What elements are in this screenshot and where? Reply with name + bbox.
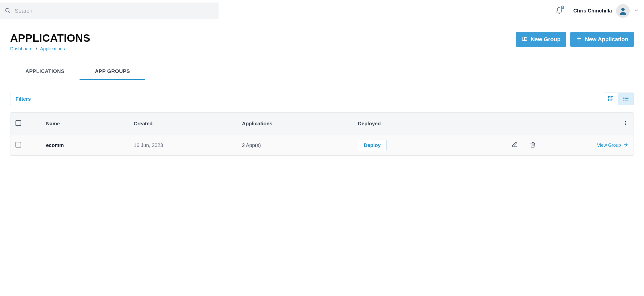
app-groups-table: Name Created Applications Deployed ecomm… (10, 112, 634, 156)
svg-point-0 (6, 8, 9, 12)
user-name: Chris Chinchilla (573, 8, 612, 14)
view-group-link[interactable]: View Group (597, 142, 628, 149)
page-head: APPLICATIONS Dashboard / Applications Ne… (10, 32, 634, 52)
view-toggle (603, 93, 634, 105)
delete-icon[interactable] (530, 142, 536, 149)
arrow-right-icon (623, 142, 628, 149)
breadcrumb-root[interactable]: Dashboard (10, 46, 33, 52)
svg-rect-10 (608, 99, 610, 101)
col-deployed: Deployed (358, 121, 474, 127)
new-group-label: New Group (531, 36, 560, 43)
list-icon (623, 96, 629, 102)
table-header: Name Created Applications Deployed (10, 113, 634, 135)
svg-point-18 (625, 121, 626, 122)
select-all-checkbox[interactable] (16, 120, 21, 126)
svg-point-15 (624, 97, 624, 97)
table-header-more-icon[interactable] (623, 120, 628, 127)
plus-icon (576, 36, 582, 43)
col-applications: Applications (242, 121, 358, 127)
folder-plus-icon (522, 36, 528, 43)
filters-button[interactable]: Filters (10, 93, 36, 105)
svg-point-20 (625, 124, 626, 125)
row-name: ecomm (41, 142, 134, 148)
search-input[interactable] (15, 8, 214, 14)
head-actions: New Group New Application (516, 32, 634, 47)
avatar (616, 4, 630, 18)
svg-point-19 (625, 123, 626, 123)
tabs: APPLICATIONS APP GROUPS (10, 64, 634, 80)
row-checkbox[interactable] (16, 142, 21, 147)
deploy-button[interactable]: Deploy (358, 140, 387, 151)
breadcrumb: Dashboard / Applications (10, 46, 90, 52)
edit-icon[interactable] (511, 142, 517, 149)
svg-line-1 (9, 11, 10, 12)
search-wrap[interactable] (0, 3, 219, 19)
svg-rect-8 (608, 96, 610, 98)
svg-rect-11 (611, 99, 613, 101)
chevron-down-icon (634, 8, 639, 14)
filters-row: Filters (10, 93, 634, 105)
table-row: ecomm 16 Jun, 2023 2 App(s) Deploy View … (10, 135, 634, 155)
notification-badge: 3 (560, 5, 565, 10)
grid-icon (608, 96, 614, 102)
svg-rect-3 (621, 9, 625, 10)
topbar-right: 3 Chris Chinchilla (556, 4, 639, 18)
svg-point-16 (624, 98, 624, 99)
row-applications[interactable]: 2 App(s) (242, 142, 261, 148)
svg-point-17 (624, 100, 624, 100)
new-group-button[interactable]: New Group (516, 32, 566, 47)
view-group-label: View Group (597, 143, 621, 148)
top-bar: 3 Chris Chinchilla (0, 0, 644, 22)
tab-app-groups[interactable]: APP GROUPS (80, 64, 145, 80)
grid-view-button[interactable] (603, 93, 618, 105)
user-menu[interactable]: Chris Chinchilla (573, 4, 639, 18)
page-title: APPLICATIONS (10, 32, 90, 44)
breadcrumb-current[interactable]: Applications (40, 46, 65, 52)
search-icon (5, 7, 11, 14)
breadcrumb-separator: / (36, 46, 37, 51)
notifications-button[interactable]: 3 (556, 7, 563, 15)
svg-rect-9 (611, 96, 613, 98)
tab-applications[interactable]: APPLICATIONS (10, 64, 80, 80)
new-application-button[interactable]: New Application (570, 32, 634, 47)
new-application-label: New Application (585, 36, 628, 43)
list-view-button[interactable] (618, 93, 634, 105)
row-created: 16 Jun, 2023 (134, 142, 242, 148)
col-name: Name (41, 121, 134, 127)
col-created: Created (134, 121, 242, 127)
page-content: APPLICATIONS Dashboard / Applications Ne… (0, 22, 644, 166)
